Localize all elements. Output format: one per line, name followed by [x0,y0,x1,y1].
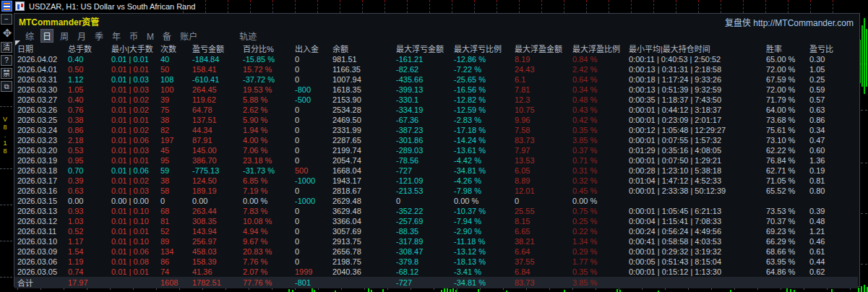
table-row: 2026.03.200.530.01 | 0.0345145.007.06 %0… [14,145,858,155]
cell-pl: 64.78 [189,105,240,115]
menu-item-5[interactable]: 年 [110,29,123,43]
cell-pct: 77.76 % [240,277,292,288]
cell-lots: 1.05 [65,85,108,95]
cell-time: 0:00:13 | 0:51:39 | 9:32:59 [626,85,763,95]
cell-cash: -500 [292,95,330,105]
menu-item-3[interactable]: 月 [75,29,88,43]
cell-balance: 2153.90 [330,95,393,105]
clear-icon[interactable]: 清 [1,42,12,53]
cell-cash: -801 [292,277,330,288]
cell-win: 67.59 % [763,74,807,85]
cell-ddPct: -12.86 % [451,54,512,64]
cell-lots: 0.86 [65,125,108,135]
grid-hstub-right [861,264,867,265]
cell-ddAmt: -387.23 [393,125,451,135]
volume-bar [288,289,290,292]
table-row: 2026.03.061.190.01 | 0.0886158.397.76 %0… [14,257,858,267]
period-separator-tip [810,0,811,2]
chart-window-icon[interactable] [15,1,25,11]
cell-fpPct: 1.34 % [570,236,626,246]
cell-count: 40 [158,54,189,64]
cell-pl: 41.36 [189,267,240,277]
cell-date: 2026.03.11 [14,226,65,236]
panel-menu: 综日周月季年币M备账户轨迹 [23,29,259,43]
cell-time: 0:00:01 | 2:33:38 | 50:12:39 [626,186,763,196]
cell-minmax: 0.01 | 0.01 [108,64,158,74]
brand-link[interactable]: 复盘侠 http://MTCommander.com [725,16,854,28]
cell-balance: 2198.75 [330,257,393,267]
menu-item-6[interactable]: 币 [127,29,140,43]
table-row: 2026.03.170.390.01 | 0.0238124.506.85 %-… [14,176,858,186]
mtcommander-panel: MTCommander资管 复盘侠 http://MTCommander.com… [14,13,860,287]
cell-ddAmt: -435.66 [393,74,451,85]
cell-balance: 2054.74 [330,155,393,166]
cell-ddPct: -2.90 % [451,226,512,236]
grid-hstub-left [0,205,12,205]
menu-item-1[interactable]: 日 [40,29,53,43]
overlap-icon[interactable]: ⧉ [1,81,12,92]
cell-fpAmt: 6.65 [512,226,570,236]
cell-cash: 0 [292,145,330,155]
cell-ddPct: -7.98 % [451,186,512,196]
menu-item-2[interactable]: 周 [58,29,71,43]
cell-balance: 2629.48 [330,196,393,206]
cell-balance: 1943.17 [330,176,393,186]
cell-cash: 0 [292,115,330,125]
move-icon[interactable]: ✥ [1,27,14,40]
cell-time: 0:01:29 | 0:35:16 | 4:08:05 [626,145,763,155]
cell-fpAmt: 83.73 [512,277,570,288]
cell-fpAmt: 12.01 [512,186,570,196]
cell-balance: 1166.35 [330,64,393,74]
cell-fpPct: 2.42 % [570,64,626,74]
cell-cash: 500 [292,166,330,176]
help-icon[interactable]: ? [1,55,12,66]
cell-ratio: 0.25 [807,74,858,85]
cell-pct: 15.72 % [240,64,292,74]
cell-win: 73.68 % [763,115,807,125]
chart-symbol-title: USDZAR, H1: US Dollar vs South African R… [29,2,195,11]
cell-time: 0:00:01 | 0:07:55 | 1:57:32 [626,135,763,145]
menu-item-7[interactable]: M [145,31,156,43]
cell-date: 2026.03.23 [14,135,65,145]
cell-cash: 0 [292,54,330,64]
period-separator-tip [272,0,273,2]
menu-item-8[interactable]: 备 [160,29,173,43]
menu-item-4[interactable]: 季 [93,29,106,43]
table-row: 2026.03.311.120.01 | 0.03108-610.41-37.7… [14,74,858,85]
cell-ddPct: -34.81 % [451,166,512,176]
cell-fpAmt: 8.89 [512,176,570,186]
table-row: 2026.03.250.380.01 | 0.0138137.515.90 %0… [14,115,858,125]
cell-ddAmt: -78.56 [393,155,451,166]
menu-item-trail[interactable]: 轨迹 [237,29,259,43]
cell-fpAmt: 7.58 [512,125,570,135]
period-separator-tip [653,0,654,2]
period-separator-tip [564,0,564,2]
cell-date: 2026.03.05 [14,267,65,277]
cell-win: 70.37 % [763,216,807,226]
cell-pct: 23.18 % [240,155,292,166]
cell-lots: 0.74 [65,267,108,277]
cell-ratio: 0.57 [807,95,858,105]
candle-wick [861,25,863,87]
cell-pct: 4.94 % [240,226,292,236]
cell-balance: 2331.99 [330,125,393,135]
column-header-5: 百分比% [240,43,292,54]
volume-bar [478,289,479,292]
menu-item-9[interactable]: 账户 [178,29,199,43]
cell-minmax: 0.01 | 0.10 [108,216,158,226]
period-separator-tip [452,0,452,2]
grid-hstub-right [861,110,867,111]
cell-fpPct: 0.42 % [570,115,626,125]
cell-fpPct: 0.25 % [570,216,626,226]
period-separator-tip [519,0,520,2]
cell-win: 62.71 % [763,166,807,176]
menu-item-0[interactable]: 综 [23,29,36,43]
minimize-icon[interactable]: − [1,14,12,25]
cell-pct: 7.19 % [240,186,292,196]
chart-list-icon[interactable] [1,1,12,12]
ban-icon[interactable]: 禁 [1,68,12,79]
cell-pct: -15.85 % [240,54,292,64]
cell-pct: 7.76 % [240,257,292,267]
cell-pl: 119.62 [189,95,240,105]
cell-fpPct: 0.34 % [570,85,626,95]
